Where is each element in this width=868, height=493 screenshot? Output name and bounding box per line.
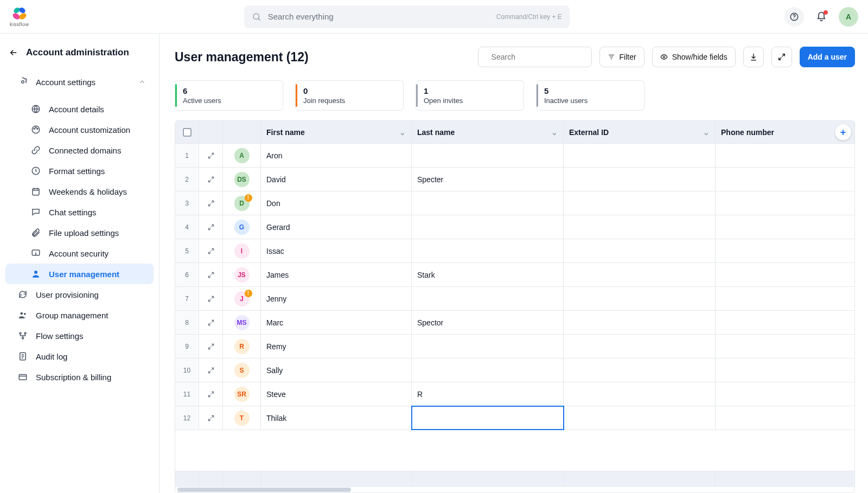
sidebar-item-account-security[interactable]: Account security <box>5 243 154 264</box>
table-row[interactable]: 10SSally <box>175 358 854 382</box>
brand-logo[interactable]: kissflow <box>10 7 29 27</box>
cell-external-id[interactable] <box>564 144 716 167</box>
table-row[interactable]: 7J!Jenny <box>175 287 854 311</box>
cell-external-id[interactable] <box>564 335 716 358</box>
table-row[interactable]: 3D!Don <box>175 191 854 215</box>
notifications-button[interactable] <box>812 7 831 27</box>
cell-first-name[interactable]: Remy <box>261 335 412 358</box>
cell-last-name[interactable]: Spector <box>412 311 564 334</box>
cell-phone-number[interactable] <box>716 382 854 406</box>
cell-phone-number[interactable] <box>716 168 854 191</box>
sidebar-item-flow-settings[interactable]: Flow settings <box>5 325 154 346</box>
cell-first-name[interactable]: Sally <box>261 358 412 382</box>
cell-external-id[interactable] <box>564 358 716 382</box>
cell-first-name[interactable]: Gerard <box>261 215 412 239</box>
cell-first-name[interactable]: Thilak <box>261 406 412 430</box>
table-row[interactable]: 2DSDavidSpecter <box>175 168 854 191</box>
cell-last-name[interactable] <box>412 406 564 430</box>
row-expand[interactable] <box>199 287 223 310</box>
cell-first-name[interactable]: David <box>261 168 412 191</box>
cell-last-name[interactable] <box>412 144 564 167</box>
row-expand[interactable] <box>199 335 223 358</box>
row-expand[interactable] <box>199 191 223 215</box>
table-row[interactable]: 11SRSteveR <box>175 382 854 406</box>
cell-external-id[interactable] <box>564 191 716 215</box>
column-external-id[interactable]: External ID⌄ <box>564 121 716 143</box>
sidebar-item-weekends-holidays[interactable]: Weekends & holidays <box>5 181 154 202</box>
table-row[interactable]: 6JSJamesStark <box>175 263 854 287</box>
select-all-header[interactable] <box>175 121 199 143</box>
cell-phone-number[interactable] <box>716 263 854 286</box>
table-row[interactable]: 5IIssac <box>175 239 854 263</box>
global-search[interactable]: Command/Ctrl key + E <box>244 5 570 28</box>
cell-last-name[interactable]: R <box>412 382 564 406</box>
cell-last-name[interactable]: Specter <box>412 168 564 191</box>
cell-external-id[interactable] <box>564 311 716 334</box>
sidebar-item-audit-log[interactable]: Audit log <box>5 346 154 367</box>
sidebar-item-group-management[interactable]: Group management <box>5 305 154 325</box>
cell-phone-number[interactable] <box>716 311 854 334</box>
global-search-input[interactable] <box>267 11 491 22</box>
cell-external-id[interactable] <box>564 239 716 262</box>
table-row[interactable]: 12TThilak <box>175 406 854 430</box>
cell-first-name[interactable]: Issac <box>261 239 412 262</box>
cell-external-id[interactable] <box>564 263 716 286</box>
row-expand[interactable] <box>199 239 223 262</box>
cell-last-name[interactable] <box>412 335 564 358</box>
row-expand[interactable] <box>199 168 223 191</box>
sidebar-item-file-upload-settings[interactable]: File upload settings <box>5 222 154 243</box>
cell-last-name[interactable] <box>412 191 564 215</box>
add-column-button[interactable]: + <box>835 124 851 140</box>
expand-button[interactable] <box>771 47 792 67</box>
sidebar-item-account-customization[interactable]: Account customization <box>5 119 154 140</box>
cell-external-id[interactable] <box>564 382 716 406</box>
stat-inactive-users[interactable]: 5Inactive users <box>536 80 644 111</box>
table-row[interactable]: 4GGerard <box>175 215 854 239</box>
row-expand[interactable] <box>199 406 223 430</box>
row-expand[interactable] <box>199 144 223 167</box>
cell-last-name[interactable] <box>412 239 564 262</box>
sidebar-item-subscription-billing[interactable]: Subscription & billing <box>5 367 154 387</box>
section-account-settings[interactable]: Account settings <box>5 72 154 92</box>
column-first-name[interactable]: First name⌄ <box>261 121 412 143</box>
show-hide-fields-button[interactable]: Show/hide fields <box>652 47 736 67</box>
add-user-button[interactable]: Add a user <box>800 47 855 67</box>
cell-phone-number[interactable] <box>716 358 854 382</box>
cell-first-name[interactable]: Steve <box>261 382 412 406</box>
cell-first-name[interactable]: Aron <box>261 144 412 167</box>
cell-last-name[interactable]: Stark <box>412 263 564 286</box>
sidebar-item-format-settings[interactable]: Format settings <box>5 161 154 181</box>
cell-phone-number[interactable] <box>716 406 854 430</box>
cell-first-name[interactable]: Don <box>261 191 412 215</box>
cell-phone-number[interactable] <box>716 335 854 358</box>
cell-last-name[interactable] <box>412 287 564 310</box>
row-expand[interactable] <box>199 215 223 239</box>
table-search-input[interactable] <box>490 52 588 62</box>
cell-phone-number[interactable] <box>716 215 854 239</box>
cell-last-name[interactable] <box>412 215 564 239</box>
cell-external-id[interactable] <box>564 287 716 310</box>
sidebar-item-account-details[interactable]: Account details <box>5 99 154 119</box>
column-last-name[interactable]: Last name⌄ <box>412 121 564 143</box>
cell-phone-number[interactable] <box>716 239 854 262</box>
sidebar-item-chat-settings[interactable]: Chat settings <box>5 202 154 222</box>
cell-phone-number[interactable] <box>716 191 854 215</box>
sidebar-item-connected-domains[interactable]: Connected domains <box>5 140 154 161</box>
user-avatar[interactable]: A <box>839 7 858 27</box>
cell-external-id[interactable] <box>564 215 716 239</box>
cell-phone-number[interactable] <box>716 287 854 310</box>
cell-last-name[interactable] <box>412 358 564 382</box>
sidebar-item-user-management[interactable]: User management <box>5 264 154 284</box>
cell-first-name[interactable]: Jenny <box>261 287 412 310</box>
horizontal-scrollbar[interactable] <box>175 487 854 492</box>
filter-button[interactable]: Filter <box>599 47 644 67</box>
table-row[interactable]: 8MSMarcSpector <box>175 311 854 335</box>
table-search[interactable] <box>478 47 592 67</box>
cell-phone-number[interactable] <box>716 144 854 167</box>
row-expand[interactable] <box>199 382 223 406</box>
cell-external-id[interactable] <box>564 406 716 430</box>
cell-first-name[interactable]: Marc <box>261 311 412 334</box>
back-button[interactable] <box>8 47 20 59</box>
stat-active-users[interactable]: 6Active users <box>175 80 283 111</box>
row-expand[interactable] <box>199 263 223 286</box>
